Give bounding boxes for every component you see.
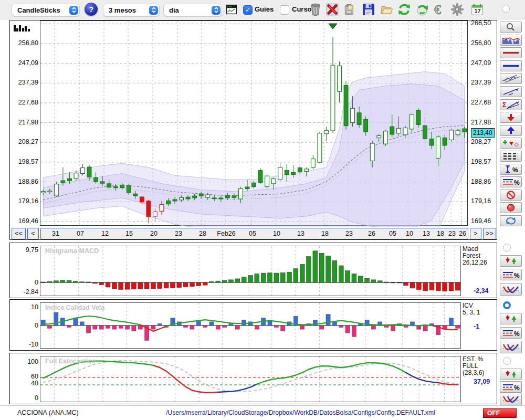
red-line-tool-button[interactable] bbox=[500, 47, 522, 58]
nav-prev-button[interactable]: < bbox=[27, 228, 39, 239]
price-tick-label: 247,09 bbox=[11, 59, 38, 67]
zoom-tool-button[interactable] bbox=[500, 22, 522, 33]
delete-x-icon[interactable] bbox=[326, 3, 339, 16]
guies-checkbox[interactable]: ✓ bbox=[243, 5, 253, 15]
refresh-blue-tool-button[interactable] bbox=[500, 215, 522, 226]
date-tick-label: 18 bbox=[437, 229, 444, 239]
stoch-lines-percent-button[interactable]: % bbox=[500, 381, 522, 393]
help-button[interactable]: ? bbox=[85, 3, 98, 16]
indicator-tick-label: 0 bbox=[11, 394, 38, 402]
panel-title: Histgrama MACD bbox=[45, 247, 99, 255]
date-tick-label: 20 bbox=[150, 229, 158, 239]
date-tick-label: 05 bbox=[389, 229, 396, 239]
calendar-icon[interactable]: 17 bbox=[470, 3, 484, 16]
chart-type-label: CandleSticks bbox=[12, 6, 69, 14]
macd-lines-percent-button[interactable]: % bbox=[500, 269, 522, 280]
panel-title: Indice Calidad Vela bbox=[45, 304, 104, 311]
arrow-down-red-tool-button[interactable] bbox=[500, 112, 522, 123]
icv-v-curves-button[interactable] bbox=[500, 341, 522, 353]
price-tick-label: 237,39 bbox=[471, 79, 491, 86]
price-tick-label: 208,27 bbox=[471, 138, 491, 145]
euro-icon[interactable]: € bbox=[433, 3, 446, 16]
macd-panel-radio[interactable] bbox=[503, 244, 511, 251]
trash-icon[interactable] bbox=[309, 3, 322, 16]
price-tick-label: 198,57 bbox=[11, 158, 38, 165]
svg-text:%: % bbox=[514, 272, 520, 279]
price-tick-label: 266,50 bbox=[471, 19, 491, 27]
record-tool-button[interactable] bbox=[500, 202, 522, 213]
forbidden-tool-button[interactable] bbox=[500, 190, 522, 201]
indicator-name-label: MacdForest26,12,26 bbox=[463, 246, 487, 266]
toolbar-radio[interactable] bbox=[502, 5, 510, 13]
price-tick-label: 217,98 bbox=[11, 119, 38, 126]
refresh-icon[interactable] bbox=[397, 3, 411, 16]
stoch-arrows-updown-button[interactable] bbox=[500, 369, 522, 380]
last-price-tag: 213,40 bbox=[471, 128, 495, 138]
off-toggle-button[interactable]: OFF bbox=[483, 408, 517, 418]
period-select[interactable]: 3 mesos bbox=[103, 4, 160, 16]
macd-v-curves-button[interactable] bbox=[500, 283, 522, 296]
price-tick-label: 217,98 bbox=[471, 119, 491, 126]
vertical-percent-tool-button[interactable]: % bbox=[500, 164, 522, 175]
date-tick-label: 10 bbox=[273, 229, 280, 239]
macd-arrows-updown-button[interactable] bbox=[500, 255, 522, 267]
date-tick-label: 23 bbox=[345, 229, 353, 239]
toolbar: CandleSticks ? 3 mesos dia n n n ✓ Guies… bbox=[0, 0, 525, 19]
snapshot-icon[interactable] bbox=[343, 3, 356, 16]
nav-next-button[interactable]: > bbox=[470, 228, 481, 239]
histogram-mini-icon bbox=[13, 23, 32, 33]
dashed-lines-tool-button[interactable] bbox=[500, 151, 522, 162]
price-tick-label: 169,46 bbox=[471, 217, 491, 225]
nav-first-button[interactable]: << bbox=[12, 228, 26, 239]
chart-window-icon[interactable]: n n n bbox=[226, 4, 237, 15]
date-tick-label: 28 bbox=[199, 229, 206, 239]
svg-text:n n n: n n n bbox=[227, 5, 232, 8]
price-tick-label: 227,68 bbox=[471, 99, 491, 106]
chart-type-select[interactable]: CandleSticks bbox=[12, 4, 80, 16]
cursor-checkbox[interactable] bbox=[280, 5, 289, 15]
charting-app-window: CandleSticks ? 3 mesos dia n n n ✓ Guies… bbox=[0, 0, 525, 420]
indicator-plot[interactable] bbox=[40, 356, 461, 402]
price-tick-label: 208,27 bbox=[11, 138, 38, 145]
price-tick-label: 247,09 bbox=[471, 59, 491, 67]
svg-text:Σ: Σ bbox=[502, 101, 506, 109]
stoch-v-curves-button[interactable] bbox=[500, 393, 522, 405]
add-signal-tool-button[interactable] bbox=[500, 138, 522, 149]
status-bar: ACCIONA (ANA.MC) /Users/mserra/Library/C… bbox=[0, 405, 525, 420]
date-tick-label: 26 bbox=[368, 229, 375, 239]
blue-line-tool-button[interactable] bbox=[500, 60, 522, 71]
indicator-value: 37,09 bbox=[474, 378, 490, 385]
open-folder-icon[interactable] bbox=[380, 3, 393, 16]
interval-select[interactable]: dia bbox=[163, 4, 222, 16]
indicator-plot[interactable] bbox=[40, 246, 461, 296]
date-tick-label: Feb26 bbox=[217, 229, 235, 239]
save-icon[interactable] bbox=[362, 3, 375, 16]
date-tick-label: 18 bbox=[321, 229, 329, 239]
trend-line-tool-button[interactable] bbox=[500, 86, 522, 97]
icv-panel-radio[interactable] bbox=[503, 301, 511, 309]
date-tick-label: 05 bbox=[249, 229, 256, 239]
stoch-panel-radio[interactable] bbox=[503, 357, 511, 365]
icv-arrows-updown-button[interactable] bbox=[500, 313, 522, 324]
sync-icon[interactable] bbox=[415, 3, 429, 16]
sigma-trend-tool-button[interactable]: Σ bbox=[500, 99, 522, 110]
gear-icon[interactable] bbox=[450, 3, 464, 16]
nav-last-button[interactable]: >> bbox=[483, 228, 496, 239]
volume-chart-tool-button[interactable] bbox=[500, 35, 522, 46]
price-tick-label: 179,16 bbox=[471, 197, 491, 205]
date-tick-label: 15 bbox=[125, 229, 133, 239]
indicator-tick-label: 10 bbox=[11, 303, 38, 311]
icv-lines-percent-button[interactable]: % bbox=[500, 327, 522, 339]
date-tick-label: 23 bbox=[175, 229, 182, 239]
chevron-updown-icon bbox=[212, 6, 220, 15]
lines-percent-tool-button[interactable]: % bbox=[500, 176, 522, 187]
candlestick-plot[interactable] bbox=[40, 20, 468, 227]
indicator-value: -1 bbox=[474, 323, 479, 330]
indicator-tick-label: 40 bbox=[11, 380, 38, 387]
svg-text:€: € bbox=[434, 3, 441, 16]
guies-checkbox-label: Guies bbox=[255, 4, 274, 15]
channel-tool-button[interactable] bbox=[500, 73, 522, 84]
stochastic-panel-frame: Full Estocastico10060400EST. %FULL(28,3,… bbox=[9, 353, 497, 404]
arrow-up-blue-tool-button[interactable] bbox=[500, 125, 522, 136]
date-axis-strip[interactable]: 31071215202328Feb26051013182326051013182… bbox=[40, 228, 468, 239]
